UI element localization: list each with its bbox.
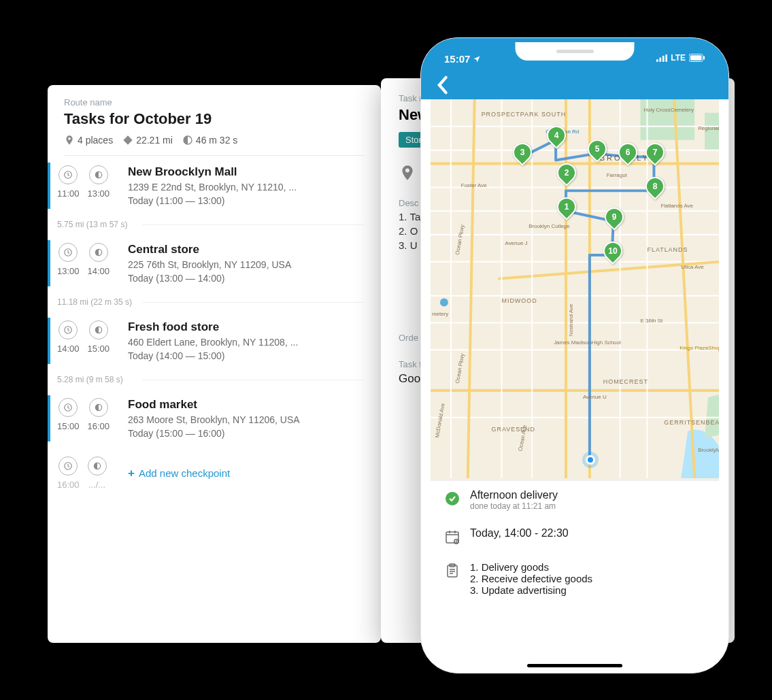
- checkpoint-start-time: 11:00: [57, 188, 80, 199]
- back-button[interactable]: [436, 76, 448, 95]
- map-pin[interactable]: 2: [557, 163, 576, 188]
- sheet-step: 1. Delivery goods: [470, 561, 592, 573]
- route-name-label: Route name: [64, 97, 365, 107]
- task-sheet: Afternoon delivery done today at 11:21 a…: [431, 480, 719, 663]
- map-label-gravesend: GRAVESEND: [492, 426, 535, 433]
- svg-rect-13: [641, 99, 695, 140]
- map-label-hs: James MadisonHigh School: [554, 339, 621, 346]
- map-pin[interactable]: 6: [618, 143, 637, 167]
- clock-icon: [58, 456, 78, 476]
- phone-notch: [516, 42, 635, 61]
- route-icon: [122, 135, 133, 146]
- leg-distance: 5.28 mi (9 m 58 s): [57, 373, 365, 386]
- current-location-dot: [586, 455, 595, 465]
- map-label-regional: Regional: [698, 125, 719, 131]
- phone-mockup: 15:07 LTE: [420, 37, 729, 673]
- signal-icon: [656, 54, 667, 62]
- moon-icon: [89, 243, 108, 262]
- svg-point-37: [440, 299, 448, 307]
- svg-rect-14: [705, 113, 719, 150]
- map-label-prospect: PROSPECTPARK SOUTH: [482, 111, 567, 118]
- clock-icon: [58, 243, 78, 262]
- checkpoint-row[interactable]: 13:00 14:00 Central store 225 76th St, B…: [48, 233, 381, 293]
- svg-rect-8: [666, 54, 668, 62]
- sheet-task-done: done today at 11:21 am: [470, 501, 558, 511]
- map-label-farragut: Farragut: [607, 172, 628, 178]
- battery-icon: [689, 54, 705, 62]
- checkpoint-row[interactable]: 11:00 13:00 New Broocklyn Mall 1239 E 22…: [48, 156, 381, 216]
- clock-icon: [58, 165, 78, 184]
- map-label-flatave: Flatlands Ave: [660, 203, 693, 209]
- checkpoint-row[interactable]: 14:00 15:00 Fresh food store 460 Eldert …: [48, 311, 381, 371]
- map-label-cemetery: Holy CrossCemetery: [644, 107, 694, 113]
- add-checkpoint-link[interactable]: +Add new checkpoint: [116, 456, 230, 490]
- moon-icon: [89, 320, 108, 339]
- sheet-task-title: Afternoon delivery: [470, 489, 558, 501]
- calendar-icon: [444, 529, 460, 545]
- svg-point-38: [446, 492, 459, 505]
- map[interactable]: PROSPECTPARK SOUTH BROOKLYN FLATLANDS MI…: [431, 99, 719, 480]
- checkpoint-row[interactable]: 15:00 16:00 Food market 263 Moore St, Br…: [48, 388, 381, 448]
- svg-rect-11: [703, 56, 705, 60]
- pin-icon: [399, 164, 416, 182]
- map-label-nostrand: Nostrand Ave: [568, 303, 574, 336]
- clipboard-icon: [444, 563, 460, 579]
- checkpoint-name: New Broocklyn Mall: [128, 165, 365, 179]
- map-label-kings: Kings PlazaShopping Cent: [679, 345, 719, 351]
- svg-rect-10: [690, 55, 702, 60]
- moon-icon: [89, 398, 108, 417]
- pin-icon: [64, 135, 75, 146]
- status-time: 15:07: [444, 53, 470, 65]
- leg-distance: 11.18 mi (22 m 35 s): [57, 296, 365, 308]
- map-pin[interactable]: 5: [588, 139, 607, 164]
- map-pin[interactable]: 7: [645, 143, 665, 167]
- map-label-college: Brooklyn College: [528, 223, 570, 229]
- map-label-marine: BrooklyMarine P: [698, 447, 719, 453]
- map-pin[interactable]: 10: [603, 241, 622, 266]
- moon-icon: [88, 456, 107, 476]
- map-pin[interactable]: 9: [605, 207, 624, 232]
- clock-icon: [58, 398, 78, 417]
- checkpoint-schedule: Today (11:00 — 13:00): [128, 195, 365, 206]
- map-pin[interactable]: 4: [547, 126, 566, 150]
- moon-icon: [89, 165, 108, 184]
- checkpoint-end-time: 13:00: [88, 188, 110, 199]
- checkpoint-address: 1239 E 22nd St, Brooklyn, NY 11210, ...: [128, 182, 365, 193]
- network-label: LTE: [671, 53, 686, 63]
- map-label-flatlands: FLATLANDS: [647, 246, 688, 253]
- sheet-step: 2. Receive defective goods: [470, 573, 592, 584]
- map-label-avj: Avenue J: [505, 240, 527, 246]
- route-title: Tasks for October 19: [64, 110, 365, 128]
- map-svg: PROSPECTPARK SOUTH BROOKLYN FLATLANDS MI…: [431, 99, 719, 478]
- check-circle-icon: [444, 490, 460, 507]
- sheet-schedule: Today, 14:00 - 22:30: [470, 527, 569, 539]
- location-icon: [473, 55, 481, 63]
- svg-rect-7: [662, 55, 665, 61]
- map-label-e36: E 36th St: [641, 318, 664, 324]
- map-label-avu: Avenue U: [583, 394, 607, 400]
- clock-icon: [58, 320, 78, 339]
- map-label-foster: Foster Ave: [461, 182, 487, 188]
- leg-distance: 5.75 mi (13 m 57 s): [57, 218, 365, 231]
- add-checkpoint-row: 16:00 .../... +Add new checkpoint: [48, 448, 381, 498]
- map-label-homecrest: HOMECREST: [603, 378, 648, 385]
- svg-rect-5: [656, 59, 658, 62]
- map-label-midwood: MIDWOOD: [502, 297, 537, 304]
- home-indicator: [527, 664, 622, 667]
- map-pin[interactable]: 8: [645, 177, 665, 201]
- route-stats: 4 places 22.21 mi 46 m 32 s: [64, 135, 365, 146]
- map-label-metery: metery: [432, 311, 448, 317]
- plus-icon: +: [128, 467, 135, 480]
- map-label-utica: Utica Ave: [681, 264, 704, 270]
- map-pin[interactable]: 3: [513, 143, 532, 167]
- map-pin[interactable]: 1: [557, 197, 576, 222]
- sheet-step: 3. Update advertising: [470, 584, 592, 596]
- duration-icon: [182, 135, 193, 146]
- tasks-card: Route name Tasks for October 19 4 places…: [48, 85, 381, 643]
- svg-rect-6: [660, 57, 662, 61]
- map-label-gerritsen: GERRITSENBEACH: [664, 419, 719, 426]
